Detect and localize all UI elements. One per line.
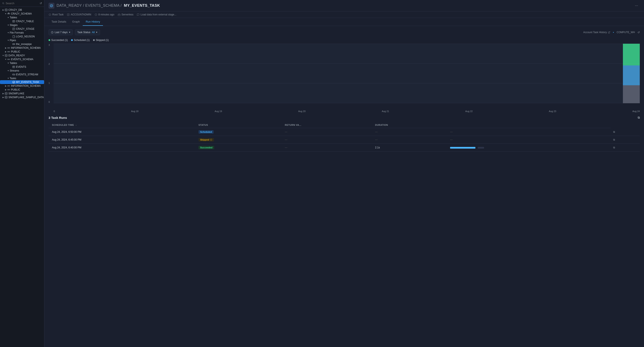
root-task-icon [48, 13, 51, 16]
schema-icon [7, 46, 10, 50]
database-icon [5, 92, 8, 95]
sidebar-item-label: File Formats [10, 31, 24, 34]
comment-icon [137, 13, 140, 16]
sidebar-item-load-ndjson[interactable]: LOAD_NDJSON [0, 34, 44, 38]
database-icon [5, 54, 8, 57]
sidebar-item-tables-events[interactable]: ▼ Tables [0, 61, 44, 65]
sidebar-item-tables-crazy[interactable]: ▼ Tables [0, 16, 44, 20]
sidebar-item-label: EVENTS_STREAM [16, 73, 38, 76]
sidebar-item-data-ready[interactable]: ▼ DATA_READY [0, 54, 44, 58]
sidebar-item-label: the_snowpipe [16, 43, 32, 46]
sort-arrow[interactable]: ↓ [76, 124, 77, 126]
y-label-2: 2 [48, 63, 54, 65]
sidebar-item-public-2[interactable]: ▶ PUBLIC [0, 88, 44, 92]
sidebar-item-events-stream[interactable]: EVENTS_STREAM [0, 72, 44, 76]
caret-icon: ▼ [7, 16, 10, 18]
tab-task-details[interactable]: Task Details [48, 18, 69, 26]
sidebar-item-events-table[interactable]: EVENTS [0, 65, 44, 69]
svg-point-2 [5, 9, 8, 10]
account-task-history-link[interactable]: Account Task History [583, 31, 610, 34]
y-label-3: 3 [48, 44, 54, 46]
svg-point-31 [5, 92, 8, 93]
sidebar-item-label: PUBLIC [11, 50, 20, 53]
sidebar-item-label: Tasks [10, 77, 16, 80]
copy-icon[interactable]: ⧉ [638, 116, 640, 120]
sidebar-item-tasks[interactable]: ▼ Tasks [0, 76, 44, 80]
row-action-button[interactable]: ⧉ [613, 130, 615, 134]
refresh-button[interactable]: ↺ [638, 31, 640, 34]
sidebar-item-pipes[interactable]: ▼ Pipes [0, 38, 44, 42]
caret-icon: ▶ [4, 47, 7, 49]
time-range-label: Last 7 days [55, 31, 68, 34]
database-icon [5, 8, 8, 12]
sidebar-item-info-schema-1[interactable]: ▶ INFORMATION_SCHEMA [0, 46, 44, 50]
bar-scheduled [623, 66, 640, 85]
sidebar-item-label: CRAZY_STAGE [16, 28, 34, 30]
status-filter-dropdown[interactable]: Task Status All ▼ [75, 29, 100, 35]
sidebar-item-label: CRAZY_DB [8, 8, 22, 12]
bar-succeeded [623, 44, 640, 66]
sidebar-item-crazy-stage[interactable]: CRAZY_STAGE [0, 27, 44, 31]
caret-icon: ▼ [4, 13, 7, 15]
status-cell: Scheduled [196, 128, 282, 136]
sidebar-item-label: Pipes [10, 39, 16, 42]
sidebar-item-events-schema[interactable]: ▼ EVENTS_SCHEMA [0, 58, 44, 61]
sidebar-item-label: CRAZY_SCHEMA [11, 12, 32, 15]
extra-cell: — [448, 136, 611, 144]
legend-scheduled-label: Scheduled (1) [74, 39, 90, 42]
x-label-aug18: Aug 18 [131, 110, 138, 112]
table-icon [12, 20, 15, 23]
status-caret-icon: ▼ [96, 31, 98, 33]
x-label-aug21: Aug 21 [382, 110, 389, 112]
time-label: 8 minutes ago [98, 13, 114, 16]
sidebar-item-label: MY_EVENTS_TASK [16, 81, 39, 84]
more-options-button[interactable]: ··· [633, 2, 640, 9]
sidebar-item-info-schema-2[interactable]: ▶ INFORMATION_SCHEMA [0, 84, 44, 88]
x-label-aug24: Aug 24 [632, 110, 640, 112]
sidebar-item-snowflake[interactable]: ▶ SNOWFLAKE [0, 92, 44, 96]
col-return-value: RETURN VA... [282, 122, 373, 128]
svg-rect-37 [118, 14, 120, 16]
description-meta: Load data from external stage... [137, 13, 176, 16]
sidebar: ↺ ▶ CRAZY_DB ▼ CRAZY_SCHEMA ▼ Tables CRA… [0, 0, 44, 347]
caret-icon: ▶ [4, 89, 7, 91]
svg-line-39 [609, 32, 610, 32]
sidebar-item-crazy-table[interactable]: CRAZY_TABLE [0, 20, 44, 23]
sidebar-item-label: Tables [10, 16, 17, 19]
task-runs-table: SCHEDULED TIME ↓ STATUS RETURN VA... DUR… [48, 122, 640, 152]
search-input[interactable] [6, 2, 38, 5]
sidebar-item-file-formats[interactable]: ▼ File Formats [0, 31, 44, 34]
refresh-icon[interactable]: ↺ [40, 2, 42, 5]
caret-icon: ▶ [4, 51, 7, 53]
page-title-main: MY_EVENTS_TASK [124, 4, 160, 8]
search-icon [2, 2, 4, 5]
svg-rect-18 [9, 51, 10, 52]
sidebar-item-label: LOAD_NDJSON [16, 35, 35, 38]
duration-cell: — [372, 136, 448, 144]
meta-bar: Root Task ACCOUNTADMIN 8 minutes ago Ser… [44, 12, 644, 18]
x-label-aug22: Aug 22 [465, 110, 473, 112]
sidebar-item-snowpipe[interactable]: the_snowpipe [0, 42, 44, 46]
chart-container: 0 1 2 3 [48, 44, 640, 112]
schema-icon [7, 84, 10, 88]
sidebar-item-my-events-task[interactable]: MY_EVENTS_TASK [0, 80, 44, 84]
warehouse-icon [118, 13, 120, 16]
sidebar-item-snowflake-sample[interactable]: ▶ SNOWFLAKE_SAMPLE_DATA [0, 96, 44, 99]
sidebar-item-public-1[interactable]: ▶ PUBLIC [0, 50, 44, 54]
sidebar-item-stages-crazy[interactable]: ▼ Stages [0, 23, 44, 27]
sidebar-item-crazy-schema[interactable]: ▼ CRAZY_SCHEMA [0, 12, 44, 16]
time-range-dropdown[interactable]: Last 7 days ▼ [48, 29, 73, 35]
sidebar-item-streams[interactable]: ▼ Streams [0, 69, 44, 72]
row-action-button[interactable]: ⧉ [613, 146, 615, 149]
sidebar-item-label: INFORMATION_SCHEMA [11, 84, 41, 88]
sidebar-item-crazy-db[interactable]: ▶ CRAZY_DB [0, 8, 44, 12]
scheduled-time-cell: Aug 24, 2024, 6:40:00 PM [48, 144, 196, 152]
caret-icon: ▼ [2, 54, 5, 56]
tab-graph[interactable]: Graph [69, 18, 83, 26]
row-action-button[interactable]: ⧉ [613, 138, 615, 141]
legend-skipped: Skipped (1) [93, 39, 109, 42]
dot-divider: • [613, 31, 614, 34]
tab-run-history[interactable]: Run History [83, 18, 103, 26]
owner-icon [67, 13, 70, 16]
sidebar-item-label: INFORMATION_SCHEMA [11, 46, 41, 50]
